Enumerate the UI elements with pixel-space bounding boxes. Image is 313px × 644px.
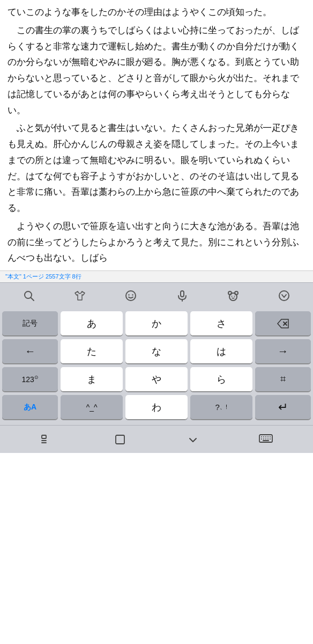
nav-home-icon[interactable] (107, 430, 133, 449)
svg-point-11 (234, 296, 235, 297)
nav-bar (0, 425, 313, 453)
key-left[interactable]: ← (2, 339, 58, 364)
svg-rect-18 (116, 435, 124, 444)
svg-point-3 (129, 294, 130, 295)
key-row-3: 123⊙ ま や ら ⌗ (2, 367, 311, 392)
key-kigo[interactable]: 記号 (2, 311, 58, 336)
status-text: "本文" 1ページ 2557文字 8行 (5, 273, 81, 281)
svg-point-4 (132, 294, 133, 295)
text-paragraph-4: ようやくの思いで笹原を這い出すと向うに大きな池がある。吾輩は池の前に坐ってどうし… (8, 218, 305, 266)
tool-bar[interactable] (0, 282, 313, 308)
nav-down-icon[interactable] (180, 430, 206, 449)
smiley-icon[interactable] (119, 286, 143, 305)
key-row-1: 記号 あ か さ (2, 311, 311, 336)
key-wa[interactable]: わ (125, 395, 188, 420)
svg-line-1 (31, 297, 34, 301)
key-backspace[interactable] (255, 311, 311, 336)
key-ya[interactable]: や (125, 367, 188, 392)
text-paragraph-3: ふと気が付いて見ると書生はいない。たくさんおった兄弟が一疋ぴきも見えぬ。肝心かん… (8, 120, 305, 216)
svg-point-2 (126, 291, 136, 301)
key-ta[interactable]: た (61, 339, 123, 364)
microphone-icon[interactable] (170, 286, 194, 305)
key-spacebar[interactable]: ⌗ (255, 367, 311, 392)
key-ra[interactable]: ら (190, 367, 252, 392)
key-123[interactable]: 123⊙ (2, 367, 58, 392)
key-ha[interactable]: は (190, 339, 252, 364)
status-bar: "本文" 1ページ 2557文字 8行 (0, 270, 313, 282)
text-area: ていこのような事をしたのかその理由はようやくこの頃知った。 この書生の掌の裏うち… (0, 0, 313, 270)
key-row-2: ← た な は → (2, 339, 311, 364)
nav-keyboard-icon[interactable] (252, 430, 279, 449)
keyboard: 記号 あ か さ ← た な は → 123⊙ ま や ら ⌗ あA ^_^ わ (0, 308, 313, 425)
text-paragraph-2: この書生の掌の裏うちでしばらくはよい心持に坐っておったが、しばらくすると非常な速… (8, 23, 305, 119)
svg-point-10 (231, 296, 232, 297)
key-punct[interactable]: ?、! (190, 395, 252, 420)
svg-point-8 (228, 291, 232, 295)
bear-icon[interactable] (221, 286, 245, 305)
key-return[interactable]: ↵ (255, 395, 311, 420)
key-right[interactable]: → (255, 339, 311, 364)
svg-point-12 (279, 291, 289, 301)
key-ka[interactable]: か (125, 311, 188, 336)
key-sa[interactable]: さ (190, 311, 252, 336)
nav-back-icon[interactable] (34, 430, 61, 449)
svg-rect-15 (42, 435, 46, 438)
key-emoticon[interactable]: ^_^ (61, 395, 123, 420)
key-na[interactable]: な (125, 339, 188, 364)
text-paragraph-1: ていこのような事をしたのかその理由はようやくこの頃知った。 (8, 4, 305, 20)
key-a[interactable]: あ (61, 311, 123, 336)
chevron-down-icon[interactable] (272, 286, 296, 305)
svg-point-9 (235, 291, 238, 295)
search-icon[interactable] (17, 286, 41, 305)
svg-rect-5 (181, 291, 184, 297)
shirt-icon[interactable] (68, 286, 92, 305)
key-row-4: あA ^_^ わ ?、! ↵ (2, 395, 311, 420)
key-ma[interactable]: ま (61, 367, 123, 392)
key-aA[interactable]: あA (2, 395, 58, 420)
